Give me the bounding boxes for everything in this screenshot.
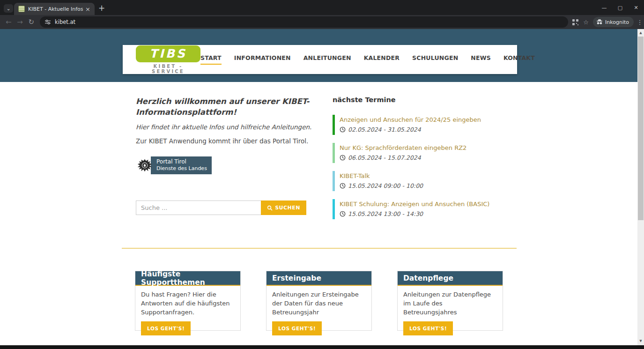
window-controls: — ▢ ✕ <box>596 0 644 15</box>
web-page: TIBS KIBET - SERVICE START INFORMATIONEN… <box>0 29 637 345</box>
nav-item-kalender[interactable]: KALENDER <box>364 54 400 65</box>
event-date: 02.05.2024 - 31.05.2024 <box>340 126 520 133</box>
search-bar: SUCHEN <box>136 200 306 215</box>
window-maximize-button[interactable]: ▢ <box>612 0 628 15</box>
search-icon <box>267 205 273 211</box>
card-title: Datenpflege <box>398 271 503 286</box>
card-ersteingabe: Ersteingabe Anleitungen zur Ersteingabe … <box>266 271 372 331</box>
site-favicon <box>18 6 25 12</box>
incognito-icon <box>596 19 603 25</box>
reload-icon[interactable]: ↻ <box>26 18 37 26</box>
welcome-note: Zur KIBET Anwendung kommt ihr über das P… <box>136 137 319 145</box>
portal-tirol-button[interactable]: Portal Tirol Dienste des Landes <box>136 156 216 174</box>
tibs-logo[interactable]: TIBS KIBET - SERVICE <box>136 45 200 74</box>
window-bottom-edge <box>0 345 644 349</box>
event-date: 15.05.2024 13:00 - 14:30 <box>340 210 520 217</box>
clock-icon <box>340 126 346 133</box>
portal-tirol-eagle-icon <box>136 156 154 174</box>
welcome-subtitle: Hier findet ihr aktuelle Infos und hilfr… <box>136 123 319 131</box>
portal-tirol-box: Portal Tirol Dienste des Landes <box>151 156 212 174</box>
event-date: 06.05.2024 - 15.07.2024 <box>340 154 520 161</box>
window-close-button[interactable]: ✕ <box>628 0 644 15</box>
bookmark-star-icon[interactable]: ☆ <box>581 19 591 26</box>
card-cta-button[interactable]: LOS GEHT'S! <box>272 321 322 335</box>
event-date: 15.05.2024 09:00 - 10:00 <box>340 182 520 189</box>
main-navigation: START INFORMATIONEN ANLEITUNGEN KALENDER… <box>200 54 535 65</box>
portal-tirol-line1: Portal Tirol <box>156 158 207 165</box>
event-item: Anzeigen und Ansuchen für 2024/25 eingeb… <box>333 115 520 135</box>
event-item: Nur KG: Sprachförderdaten eingeben RZ2 0… <box>333 143 520 163</box>
clock-icon <box>340 183 346 189</box>
site-header: TIBS KIBET - SERVICE START INFORMATIONEN… <box>123 45 517 74</box>
tab-title: KIBET - Aktuelle Infos und hilfre <box>28 6 83 12</box>
tab-close-icon[interactable]: × <box>85 6 90 12</box>
event-date-text: 06.05.2024 - 15.07.2024 <box>348 154 421 161</box>
chevron-down-icon: ⌄ <box>6 6 10 12</box>
search-button[interactable]: SUCHEN <box>261 200 306 215</box>
nav-item-informationen[interactable]: INFORMATIONEN <box>234 54 291 65</box>
tune-icon[interactable] <box>44 19 51 25</box>
search-button-label: SUCHEN <box>275 205 300 211</box>
card-title: Häufigste Supportthemen <box>135 271 240 286</box>
card-title: Ersteingabe <box>266 271 371 286</box>
qr-code-icon[interactable] <box>572 19 579 26</box>
termine-heading: nächste Termine <box>333 96 520 104</box>
clock-icon <box>340 211 346 217</box>
welcome-title: Herzlich willkommen auf unserer KIBET-In… <box>136 96 319 118</box>
event-title[interactable]: KIBET Schulung: Anzeigen und Ansuchen (B… <box>340 200 520 208</box>
card-cta-button[interactable]: LOS GEHT'S! <box>141 321 191 335</box>
window-minimize-button[interactable]: — <box>596 0 612 15</box>
event-title[interactable]: Anzeigen und Ansuchen für 2024/25 eingeb… <box>340 116 520 123</box>
tibs-logo-badge: TIBS <box>136 45 200 62</box>
nav-item-kontakt[interactable]: KONTAKT <box>503 54 535 65</box>
toolbar-right: ☆ Inkognito ⋮ <box>572 17 644 27</box>
forward-icon[interactable]: → <box>14 18 25 26</box>
termine-section: nächste Termine Anzeigen und Ansuchen fü… <box>333 96 520 227</box>
nav-item-news[interactable]: NEWS <box>471 54 491 65</box>
scrollbar-thumb[interactable] <box>638 37 644 220</box>
portal-tirol-line2: Dienste des Landes <box>156 165 207 172</box>
browser-window: ⌄ KIBET - Aktuelle Infos und hilfre × + … <box>0 0 644 349</box>
event-date-text: 15.05.2024 09:00 - 10:00 <box>348 182 423 189</box>
browser-tab[interactable]: KIBET - Aktuelle Infos und hilfre × <box>14 3 95 15</box>
nav-item-start[interactable]: START <box>200 54 222 65</box>
incognito-label: Inkognito <box>605 19 629 25</box>
scroll-up-icon[interactable]: ▲ <box>637 29 644 36</box>
tibs-logo-subtext: KIBET - SERVICE <box>136 64 200 74</box>
browser-toolbar: ← → ↻ kibet.at ☆ <box>0 15 644 29</box>
card-body: Du hast Fragen? Hier die Antworten auf d… <box>135 286 240 317</box>
new-tab-button[interactable]: + <box>98 3 105 13</box>
card-supportthemen: Häufigste Supportthemen Du hast Fragen? … <box>135 271 241 331</box>
page-scrollbar[interactable]: ▲ ▼ <box>637 29 644 345</box>
event-title[interactable]: Nur KG: Sprachförderdaten eingeben RZ2 <box>340 144 520 151</box>
search-input[interactable] <box>136 200 261 215</box>
nav-item-anleitungen[interactable]: ANLEITUNGEN <box>303 54 351 65</box>
tibs-logo-text: TIBS <box>149 47 186 60</box>
section-divider <box>122 248 517 249</box>
url-text: kibet.at <box>55 19 75 25</box>
card-cta-button[interactable]: LOS GEHT'S! <box>403 321 453 335</box>
clock-icon <box>340 155 346 161</box>
menu-dots-icon[interactable]: ⋮ <box>636 19 644 26</box>
welcome-section: Herzlich willkommen auf unserer KIBET-In… <box>136 96 319 215</box>
scroll-down-icon[interactable]: ▼ <box>637 337 644 344</box>
nav-item-schulungen[interactable]: SCHULUNGEN <box>412 54 458 65</box>
tab-strip: ⌄ KIBET - Aktuelle Infos und hilfre × + … <box>0 0 644 15</box>
card-datenpflege: Datenpflege Anleitungen zur Datenpflege … <box>397 271 503 331</box>
event-item: KIBET Schulung: Anzeigen und Ansuchen (B… <box>333 199 520 219</box>
event-item: KIBET-Talk 15.05.2024 09:00 - 10:00 <box>333 171 520 191</box>
card-body: Anleitungen zur Ersteingabe der Daten fü… <box>266 286 371 317</box>
event-date-text: 15.05.2024 13:00 - 14:30 <box>348 210 423 217</box>
address-bar[interactable]: kibet.at <box>40 16 568 28</box>
card-body: Anleitungen zur Datenpflege im Laufe des… <box>398 286 503 317</box>
incognito-badge: Inkognito <box>593 17 634 27</box>
event-date-text: 02.05.2024 - 31.05.2024 <box>348 126 421 133</box>
tab-search-button[interactable]: ⌄ <box>4 4 13 13</box>
back-icon[interactable]: ← <box>3 18 14 26</box>
event-title[interactable]: KIBET-Talk <box>340 172 520 179</box>
